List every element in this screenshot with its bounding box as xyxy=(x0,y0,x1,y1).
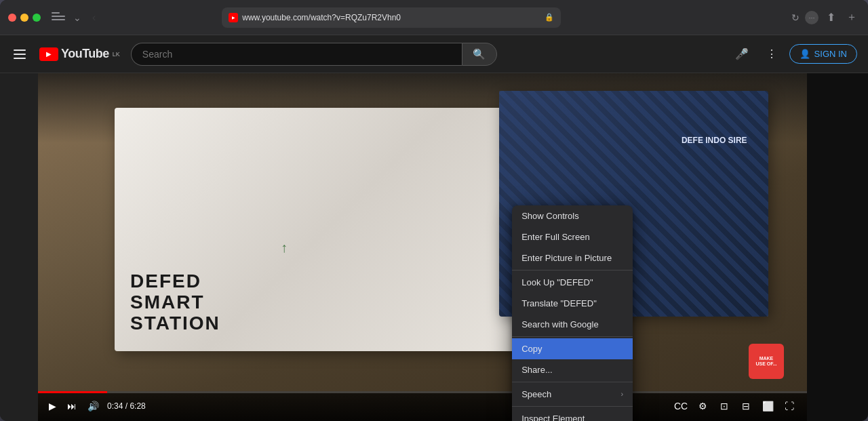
theater-button[interactable]: ⊟ xyxy=(736,397,755,416)
time-display: 0:34 / 6:28 xyxy=(107,401,146,411)
context-menu-item-lookup[interactable]: Look Up "DEFED" xyxy=(512,272,633,293)
cc-button[interactable]: CC xyxy=(671,397,690,416)
youtube-country-code: LK xyxy=(113,51,120,58)
main-content: DEFE INDO SIRE ↑ DEFEDSMARTSTATION MAKEU… xyxy=(0,73,868,421)
youtube-header: YouTubeLK 🔍 🎤 ⋮ 👤 SIGN IN xyxy=(0,35,868,73)
volume-button[interactable]: 🔊 xyxy=(85,399,102,413)
context-menu-separator-2 xyxy=(512,336,633,337)
miniplayer-button[interactable]: ⊡ xyxy=(715,397,734,416)
header-right-actions: 🎤 ⋮ 👤 SIGN IN xyxy=(730,42,857,66)
translate-label: Translate "DEFED" xyxy=(521,298,597,308)
more-options-button[interactable]: ⋮ xyxy=(760,42,784,66)
inspect-label: Inspect Element xyxy=(521,414,585,421)
context-menu-item-inspect[interactable]: Inspect Element xyxy=(512,408,633,421)
video-frame: DEFE INDO SIRE ↑ DEFEDSMARTSTATION MAKEU… xyxy=(38,73,807,421)
speech-label: Speech xyxy=(521,389,551,399)
mic-button[interactable]: 🎤 xyxy=(730,42,754,66)
sidebar-toggle-button[interactable] xyxy=(52,12,65,23)
search-button[interactable]: 🔍 xyxy=(462,43,497,66)
hamburger-button[interactable] xyxy=(11,47,28,62)
lookup-label: Look Up "DEFED" xyxy=(521,277,593,287)
share-button[interactable]: ⬆ xyxy=(824,9,838,25)
video-text-overlay: DEFEDSMARTSTATION xyxy=(130,271,220,334)
back-button[interactable]: ‹ xyxy=(90,10,98,25)
browser-window: ⌄ ‹ www.youtube.com/watch?v=RQZu7R2Vhn0 … xyxy=(0,0,868,421)
youtube-logo-icon xyxy=(39,47,58,61)
context-menu-separator-1 xyxy=(512,270,633,270)
progress-bar-container[interactable] xyxy=(38,391,807,393)
context-menu-item-translate[interactable]: Translate "DEFED" xyxy=(512,293,633,314)
video-arrow-icon: ↑ xyxy=(281,239,288,255)
next-button[interactable]: ⏭ xyxy=(64,399,79,413)
site-favicon xyxy=(229,13,238,22)
video-area[interactable]: DEFE INDO SIRE ↑ DEFEDSMARTSTATION MAKEU… xyxy=(38,73,807,421)
airplay-button[interactable]: ⬜ xyxy=(758,397,777,416)
context-menu-item-pip[interactable]: Enter Picture in Picture xyxy=(512,247,633,268)
titlebar: ⌄ ‹ www.youtube.com/watch?v=RQZu7R2Vhn0 … xyxy=(0,0,868,35)
new-tab-button[interactable]: ＋ xyxy=(844,9,860,26)
fullscreen-button[interactable]: ⛶ xyxy=(780,397,799,416)
refresh-button[interactable]: ↻ xyxy=(791,12,800,23)
minimize-button[interactable] xyxy=(20,14,28,22)
video-badge: MAKEUSE OF... xyxy=(749,344,784,379)
more-button[interactable]: ··· xyxy=(805,11,818,24)
pip-label: Enter Picture in Picture xyxy=(521,253,612,263)
video-background: DEFE INDO SIRE ↑ DEFEDSMARTSTATION MAKEU… xyxy=(38,73,807,421)
video-blue-text: DEFE INDO SIRE xyxy=(682,136,747,146)
left-sidebar xyxy=(0,73,38,421)
time-separator: / xyxy=(125,401,127,411)
copy-label: Copy xyxy=(521,344,542,354)
search-input[interactable] xyxy=(131,43,462,66)
video-controls-bar: ▶ ⏭ 🔊 0:34 / 6:28 CC ⚙ ⊡ ⊟ ⬜ ⛶ xyxy=(38,391,807,421)
youtube-logo[interactable]: YouTubeLK xyxy=(39,47,120,61)
maximize-button[interactable] xyxy=(33,14,41,22)
youtube-logo-text: YouTube xyxy=(61,47,109,61)
fullscreen-label: Enter Full Screen xyxy=(521,232,589,242)
context-menu-separator-3 xyxy=(512,382,633,382)
context-menu-item-search-google[interactable]: Search with Google xyxy=(512,314,633,335)
context-menu-item-show-controls[interactable]: Show Controls xyxy=(512,205,633,226)
sidebar-chevron-icon[interactable]: ⌄ xyxy=(73,12,81,23)
speech-submenu-chevron-icon: › xyxy=(621,390,624,398)
context-menu-separator-4 xyxy=(512,406,633,407)
video-container: DEFE INDO SIRE ↑ DEFEDSMARTSTATION MAKEU… xyxy=(38,73,807,421)
sign-in-icon: 👤 xyxy=(800,49,810,59)
address-bar[interactable]: www.youtube.com/watch?v=RQZu7R2Vhn0 🔒 xyxy=(222,7,561,28)
sign-in-button[interactable]: 👤 SIGN IN xyxy=(789,44,857,64)
right-panel xyxy=(807,73,868,421)
titlebar-actions: ↻ ··· ⬆ ＋ xyxy=(791,9,860,26)
url-text: www.youtube.com/watch?v=RQZu7R2Vhn0 xyxy=(242,13,540,22)
share-label: Share... xyxy=(521,365,553,375)
time-total: 6:28 xyxy=(130,401,145,411)
close-button[interactable] xyxy=(8,14,16,22)
context-menu-item-copy[interactable]: Copy xyxy=(512,338,633,359)
play-button[interactable]: ▶ xyxy=(46,399,59,413)
context-menu-item-share[interactable]: Share... xyxy=(512,359,633,380)
context-menu: Show Controls Enter Full Screen Enter Pi… xyxy=(512,205,633,421)
lock-icon: 🔒 xyxy=(545,13,554,22)
settings-button[interactable]: ⚙ xyxy=(693,397,712,416)
show-controls-label: Show Controls xyxy=(521,211,579,221)
sign-in-label: SIGN IN xyxy=(814,49,847,59)
nav-buttons: ‹ xyxy=(90,10,98,25)
context-menu-item-fullscreen[interactable]: Enter Full Screen xyxy=(512,226,633,247)
search-bar: 🔍 xyxy=(131,43,497,66)
right-controls: CC ⚙ ⊡ ⊟ ⬜ ⛶ xyxy=(671,397,799,416)
traffic-lights xyxy=(8,14,41,22)
progress-bar-fill xyxy=(38,391,107,393)
context-menu-item-speech[interactable]: Speech › xyxy=(512,384,633,405)
search-google-label: Search with Google xyxy=(521,319,598,329)
time-current: 0:34 xyxy=(107,401,123,411)
